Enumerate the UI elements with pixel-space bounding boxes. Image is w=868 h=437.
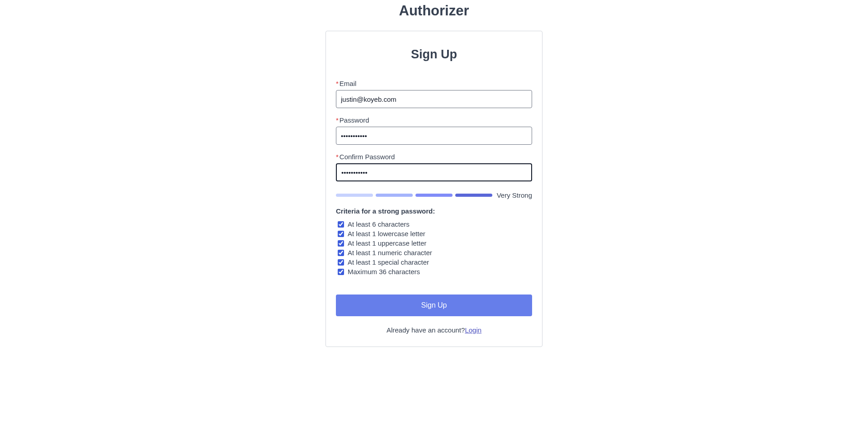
password-strength-meter: Very Strong	[336, 191, 532, 199]
criteria-text: Maximum 36 characters	[348, 267, 420, 276]
strength-bar-2	[376, 194, 413, 197]
criteria-text: At least 1 uppercase letter	[348, 238, 426, 248]
password-field[interactable]	[336, 127, 532, 145]
login-link[interactable]: Login	[465, 326, 481, 334]
criteria-item: At least 1 numeric character	[338, 248, 532, 257]
password-label: *Password	[336, 116, 532, 124]
password-group: *Password	[336, 116, 532, 145]
footer-text: Already have an account?Login	[336, 326, 532, 334]
check-icon	[338, 240, 344, 247]
required-star-icon: *	[336, 80, 339, 87]
check-icon	[338, 221, 344, 228]
required-star-icon: *	[336, 116, 339, 124]
criteria-item: Maximum 36 characters	[338, 267, 532, 276]
criteria-item: At least 6 characters	[338, 219, 532, 229]
criteria-title: Criteria for a strong password:	[336, 207, 532, 215]
password-label-text: Password	[340, 116, 369, 124]
confirm-password-label: *Confirm Password	[336, 153, 532, 161]
strength-bar-4	[455, 194, 492, 197]
strength-label: Very Strong	[497, 191, 532, 199]
criteria-item: At least 1 special character	[338, 257, 532, 267]
criteria-text: At least 1 numeric character	[348, 248, 432, 257]
criteria-list: At least 6 characters At least 1 lowerca…	[336, 219, 532, 276]
confirm-password-field[interactable]	[336, 163, 532, 181]
check-icon	[338, 259, 344, 266]
criteria-text: At least 6 characters	[348, 219, 410, 229]
email-label: *Email	[336, 80, 532, 87]
strength-bar-1	[336, 194, 373, 197]
form-title: Sign Up	[336, 48, 532, 62]
email-label-text: Email	[340, 80, 357, 87]
criteria-item: At least 1 uppercase letter	[338, 238, 532, 248]
check-icon	[338, 269, 344, 275]
check-icon	[338, 231, 344, 237]
email-group: *Email	[336, 80, 532, 108]
confirm-password-label-text: Confirm Password	[340, 153, 395, 161]
criteria-text: At least 1 special character	[348, 257, 429, 267]
strength-bar-3	[415, 194, 453, 197]
footer-prompt: Already have an account?	[387, 326, 465, 334]
page-title: Authorizer	[0, 0, 868, 21]
email-field[interactable]	[336, 90, 532, 108]
confirm-password-group: *Confirm Password	[336, 153, 532, 181]
signup-card: Sign Up *Email *Password *Confirm Passwo…	[326, 31, 542, 347]
criteria-item: At least 1 lowercase letter	[338, 229, 532, 238]
check-icon	[338, 250, 344, 256]
criteria-text: At least 1 lowercase letter	[348, 229, 425, 238]
signup-button[interactable]: Sign Up	[336, 294, 532, 316]
required-star-icon: *	[336, 153, 339, 161]
